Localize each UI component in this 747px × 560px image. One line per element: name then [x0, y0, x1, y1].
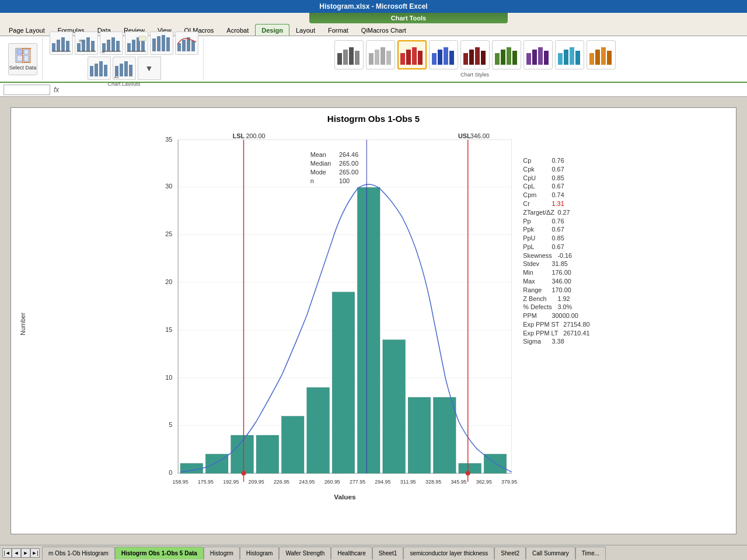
sheet-tab-obs5data[interactable]: Histogrm Obs 1-Obs 5 Data: [115, 547, 204, 559]
svg-rect-6: [52, 43, 55, 51]
svg-text:PpU: PpU: [523, 235, 535, 242]
svg-text:265.00: 265.00: [339, 160, 358, 167]
tab-nav-last[interactable]: ►|: [30, 548, 40, 558]
layout-icon-8[interactable]: Axis: [113, 57, 136, 80]
svg-text:346.00: 346.00: [552, 278, 571, 285]
layout-icon-1[interactable]: [50, 32, 73, 55]
svg-text:346.00: 346.00: [470, 132, 490, 139]
svg-text:Val: Val: [102, 51, 105, 54]
style-icon-3[interactable]: [397, 40, 427, 69]
svg-text:100: 100: [339, 177, 350, 184]
svg-rect-67: [495, 53, 500, 65]
svg-text:0.85: 0.85: [552, 174, 564, 181]
svg-text:USL: USL: [458, 132, 471, 139]
svg-text:CpU: CpU: [523, 174, 536, 181]
svg-text:311.95: 311.95: [400, 479, 416, 485]
svg-text:Cp: Cp: [523, 157, 531, 164]
sheet-tabs: |◄ ◄ ► ►| m Obs 1-Ob Histogram Histogrm …: [0, 545, 747, 560]
chart-tools-banner: Chart Tools: [309, 13, 508, 23]
sheet-tab-call-summary[interactable]: Call Summary: [526, 547, 575, 559]
sheet-tab-obs1ob[interactable]: m Obs 1-Ob Histogram: [42, 547, 115, 559]
svg-text:0.76: 0.76: [552, 218, 564, 225]
svg-rect-11: [77, 43, 81, 51]
tab-acrobat[interactable]: Acrobat: [220, 24, 255, 36]
tab-design[interactable]: Design: [255, 24, 289, 36]
svg-rect-56: [406, 50, 411, 65]
layout-icon-7[interactable]: [88, 57, 111, 80]
ribbon: Select Data 35 Val: [0, 36, 747, 83]
svg-rect-63: [463, 53, 468, 65]
formula-input[interactable]: [62, 86, 743, 93]
svg-text:15: 15: [165, 326, 172, 333]
histogram-svg: 0 5 10 15 20 25 30 35: [29, 128, 730, 519]
svg-text:362.95: 362.95: [476, 479, 492, 485]
svg-rect-8: [61, 37, 65, 51]
svg-text:Ppk: Ppk: [523, 226, 534, 233]
svg-rect-43: [124, 61, 128, 76]
style-icon-5[interactable]: [460, 40, 490, 69]
svg-rect-32: [166, 37, 170, 51]
select-data-button[interactable]: Select Data: [8, 43, 37, 75]
svg-rect-66: [481, 51, 486, 65]
tab-page-layout[interactable]: Page Layout: [2, 24, 51, 36]
svg-rect-30: [157, 36, 160, 51]
sheet-tab-histogram[interactable]: Histogram: [240, 547, 280, 559]
name-box[interactable]: [4, 85, 50, 95]
svg-text:Pp: Pp: [523, 218, 530, 225]
svg-text:345.95: 345.95: [451, 479, 466, 485]
chart-plot-area: 0 5 10 15 20 25 30 35: [29, 128, 730, 519]
svg-text:1.31: 1.31: [552, 200, 564, 207]
svg-rect-51: [375, 50, 379, 65]
y-axis-label: Number: [17, 128, 29, 519]
svg-text:LSL: LSL: [233, 132, 245, 139]
layout-scroll-down[interactable]: ▼: [138, 57, 161, 80]
sheet-tab-histogrm[interactable]: Histogrm: [204, 547, 240, 559]
sheet-tab-semiconductor[interactable]: semiconductor layer thickness: [403, 547, 494, 559]
tab-navigation: |◄ ◄ ► ►|: [2, 548, 40, 558]
svg-text:192.95: 192.95: [223, 479, 239, 485]
layout-icon-6[interactable]: [175, 32, 198, 55]
chart-container[interactable]: Histogrm Obs 1-Obs 5 Number: [11, 107, 736, 534]
tab-layout[interactable]: Layout: [289, 24, 322, 36]
style-icon-6[interactable]: [492, 40, 521, 69]
layout-icon-2[interactable]: 35: [75, 32, 98, 55]
svg-text:3.38: 3.38: [552, 338, 564, 345]
tab-nav-first[interactable]: |◄: [2, 548, 12, 558]
svg-rect-3: [17, 55, 23, 61]
sheet-tab-time[interactable]: Time...: [575, 547, 606, 559]
sheet-tab-wafer[interactable]: Wafer Strength: [279, 547, 331, 559]
svg-text:27154.80: 27154.80: [563, 321, 589, 328]
layout-icon-4[interactable]: [125, 32, 148, 55]
svg-text:% Defects: % Defects: [523, 303, 552, 310]
svg-rect-29: [152, 38, 156, 51]
style-icon-9[interactable]: [587, 40, 616, 69]
style-icon-8[interactable]: [555, 40, 584, 69]
svg-text:209.95: 209.95: [249, 479, 264, 485]
svg-rect-71: [526, 53, 531, 65]
chart-styles-label: Chart Styles: [460, 72, 489, 78]
svg-text:265.00: 265.00: [339, 169, 358, 176]
style-icon-4[interactable]: [429, 40, 458, 69]
svg-text:Sigma: Sigma: [523, 338, 542, 345]
svg-rect-26: [141, 41, 145, 51]
svg-rect-61: [444, 47, 448, 65]
svg-rect-60: [438, 50, 442, 65]
tab-qimacros-chart[interactable]: QiMacros Chart: [355, 24, 413, 36]
svg-rect-1: [17, 50, 23, 54]
sheet-tab-healthcare[interactable]: Healthcare: [331, 547, 372, 559]
layout-icon-5[interactable]: [150, 32, 173, 55]
style-icon-2[interactable]: [366, 40, 395, 69]
style-icon-7[interactable]: [523, 40, 553, 69]
svg-rect-64: [469, 50, 474, 65]
sheet-tab-sheet1[interactable]: Sheet1: [372, 547, 404, 559]
style-icon-1[interactable]: [334, 40, 364, 69]
layout-icon-3[interactable]: Val: [100, 32, 123, 55]
svg-text:328.95: 328.95: [425, 479, 441, 485]
tab-format[interactable]: Format: [322, 24, 355, 36]
tab-nav-next[interactable]: ►: [21, 548, 30, 558]
sheet-tab-sheet2[interactable]: Sheet2: [494, 547, 526, 559]
svg-text:Stdev: Stdev: [523, 260, 539, 267]
tab-nav-prev[interactable]: ◄: [12, 548, 21, 558]
fx-label: fx: [54, 86, 59, 94]
svg-rect-81: [601, 47, 606, 65]
